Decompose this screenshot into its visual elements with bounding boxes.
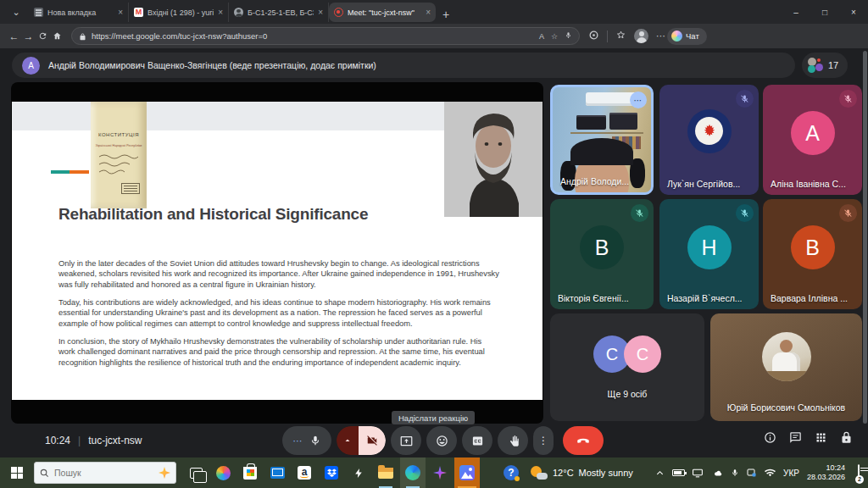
forward-button[interactable]: → bbox=[21, 30, 36, 42]
tab-contacts[interactable]: Б-С1-25-1-ЕВ, Б-С3-25-1-МВ, Б-Д × bbox=[229, 3, 329, 22]
toolbar-icons: ⋯ bbox=[588, 29, 665, 44]
tab-close-icon[interactable]: × bbox=[118, 8, 123, 17]
participant-tile[interactable]: В Варвара Іллівна ... bbox=[763, 199, 862, 309]
hidden-icons-chevron[interactable] bbox=[655, 469, 665, 478]
new-tab-button[interactable]: + bbox=[436, 8, 458, 24]
minimize-button[interactable]: – bbox=[782, 0, 810, 24]
page-scrollbar[interactable] bbox=[863, 51, 867, 424]
close-button[interactable]: × bbox=[839, 0, 868, 24]
participant-tile[interactable]: Лук`ян Сергійов... bbox=[659, 85, 759, 195]
taskbar-search[interactable] bbox=[34, 462, 176, 484]
end-call-button[interactable] bbox=[563, 426, 604, 455]
weather-widget[interactable]: 12°C Mostly sunny bbox=[531, 466, 633, 480]
tab-gmail[interactable]: M Вхідні (1 298) - yurii.smolnikov@n × bbox=[129, 3, 229, 22]
meeting-details-icon[interactable] bbox=[764, 431, 776, 447]
meet-page: А Андрій Володимирович Ващенко-Звягінцев… bbox=[0, 48, 868, 458]
microsoft-store-button[interactable] bbox=[237, 458, 263, 488]
roundel-avatar bbox=[687, 109, 732, 153]
recording-icon bbox=[334, 8, 343, 17]
favorite-star-icon[interactable]: ☆ bbox=[551, 32, 558, 41]
maximize-button[interactable]: □ bbox=[810, 0, 839, 24]
tray-mic-icon[interactable] bbox=[731, 468, 739, 478]
profile-avatar[interactable] bbox=[634, 29, 648, 43]
presenter-banner[interactable]: А Андрій Володимирович Ващенко-Звягінцев… bbox=[12, 53, 795, 78]
help-button[interactable]: ? bbox=[504, 465, 519, 480]
participant-tile[interactable]: В Вікторія Євгенії... bbox=[550, 199, 654, 309]
tab-close-icon[interactable]: × bbox=[318, 8, 323, 17]
read-aloud-icon[interactable]: A bbox=[539, 32, 544, 41]
tab-close-icon[interactable]: × bbox=[426, 8, 431, 17]
wifi-icon[interactable] bbox=[765, 469, 776, 477]
captions-button[interactable] bbox=[462, 426, 492, 455]
constitution-document-image: КОНСТИТУЦІЯ Української Народної Республ… bbox=[91, 102, 147, 208]
tab-new-tab[interactable]: Нова вкладка × bbox=[29, 3, 129, 22]
taskbar-clock[interactable]: 10:24 28.03.2026 bbox=[807, 463, 845, 482]
onedrive-icon[interactable] bbox=[711, 469, 723, 477]
battery-icon[interactable] bbox=[672, 469, 685, 476]
photos-button[interactable] bbox=[454, 458, 480, 488]
clock-time: 10:24 bbox=[826, 463, 845, 472]
task-view-button[interactable] bbox=[183, 458, 209, 488]
reactions-button[interactable] bbox=[426, 426, 457, 455]
edge-taskbar-button[interactable] bbox=[400, 458, 426, 488]
activities-icon[interactable] bbox=[815, 431, 827, 447]
microphone-button[interactable]: ⋯ bbox=[282, 426, 331, 455]
display-icon[interactable] bbox=[693, 469, 704, 478]
tab-search-button[interactable]: ⌄ bbox=[5, 3, 27, 21]
participant-name: Лук`ян Сергійов... bbox=[667, 179, 740, 189]
present-icon bbox=[400, 435, 413, 447]
home-button[interactable] bbox=[50, 31, 64, 41]
amazon-button[interactable]: a bbox=[292, 458, 317, 488]
participant-count-pill[interactable]: 17 bbox=[802, 53, 848, 78]
document-title: КОНСТИТУЦІЯ bbox=[91, 132, 147, 137]
mail-button[interactable] bbox=[264, 458, 290, 488]
slide-paragraph: Only in the later decades of the Soviet … bbox=[58, 258, 499, 290]
host-controls-icon[interactable] bbox=[840, 431, 853, 447]
tile-menu-icon[interactable]: ⋯ bbox=[630, 92, 647, 108]
camera-options-chevron-icon[interactable] bbox=[337, 426, 359, 455]
participant-tile[interactable]: А Аліна Іванівна С... bbox=[763, 85, 862, 195]
meeting-info: 10:24 | tuc-jcxt-nsw bbox=[45, 435, 142, 446]
sparkle-diamond-icon bbox=[433, 466, 447, 480]
file-explorer-button[interactable] bbox=[373, 458, 398, 488]
favorites-bar-icon[interactable] bbox=[615, 29, 626, 44]
tab-label: Вхідні (1 298) - yurii.smolnikov@n bbox=[147, 8, 214, 17]
copilot-chat-button[interactable]: Чат bbox=[667, 28, 707, 45]
mic-muted-badge bbox=[736, 204, 754, 222]
tab-label: Meet: "tuc-jcxt-nsw" bbox=[348, 8, 421, 17]
teams-icon[interactable] bbox=[747, 469, 757, 478]
chat-icon[interactable] bbox=[789, 431, 802, 447]
copilot-taskbar-button[interactable] bbox=[210, 458, 236, 488]
start-button[interactable] bbox=[0, 467, 34, 479]
voice-search-icon[interactable] bbox=[565, 31, 572, 41]
tab-close-icon[interactable]: × bbox=[218, 8, 223, 17]
more-options-button[interactable]: ⋮ bbox=[533, 426, 554, 455]
participant-tile[interactable]: Юрій Борисович Смольніков bbox=[710, 313, 862, 421]
camera-button[interactable] bbox=[337, 426, 386, 455]
more-participants-tile[interactable]: С С Ще 9 осіб bbox=[550, 313, 704, 421]
language-indicator[interactable]: УКР bbox=[783, 469, 799, 478]
address-bar[interactable]: https://meet.google.com/tuc-jcxt-nsw?aut… bbox=[71, 27, 580, 45]
dropbox-button[interactable] bbox=[319, 458, 344, 488]
participant-tile[interactable]: Н Назарій В`ячесл... bbox=[659, 199, 759, 309]
browser-menu-icon[interactable]: ⋯ bbox=[656, 30, 665, 42]
captions-icon bbox=[471, 435, 484, 447]
copilot-app-button[interactable] bbox=[427, 458, 453, 488]
notification-center-button[interactable]: 2 bbox=[858, 465, 860, 480]
refresh-button[interactable] bbox=[36, 31, 50, 41]
mic-muted-badge bbox=[631, 204, 648, 222]
camera-off-icon[interactable] bbox=[359, 426, 386, 455]
bolt-app-button[interactable] bbox=[346, 458, 371, 488]
back-button[interactable]: ← bbox=[7, 30, 21, 42]
search-input[interactable] bbox=[54, 468, 139, 478]
photos-icon bbox=[459, 465, 475, 480]
document-subtitle: Української Народної Республіки bbox=[91, 144, 147, 147]
participant-tile-camera[interactable]: ⋯ Андрій Володи... bbox=[550, 85, 654, 195]
presentation-tile[interactable]: КОНСТИТУЦІЯ Української Народної Республ… bbox=[11, 82, 543, 424]
tab-meet-active[interactable]: Meet: "tuc-jcxt-nsw" × bbox=[329, 3, 436, 22]
mic-options-icon[interactable]: ⋯ bbox=[293, 435, 303, 446]
present-button[interactable] bbox=[391, 426, 421, 455]
window-controls: – □ × bbox=[782, 0, 868, 24]
extension-icon[interactable] bbox=[588, 29, 599, 44]
raise-hand-button[interactable] bbox=[498, 426, 528, 455]
